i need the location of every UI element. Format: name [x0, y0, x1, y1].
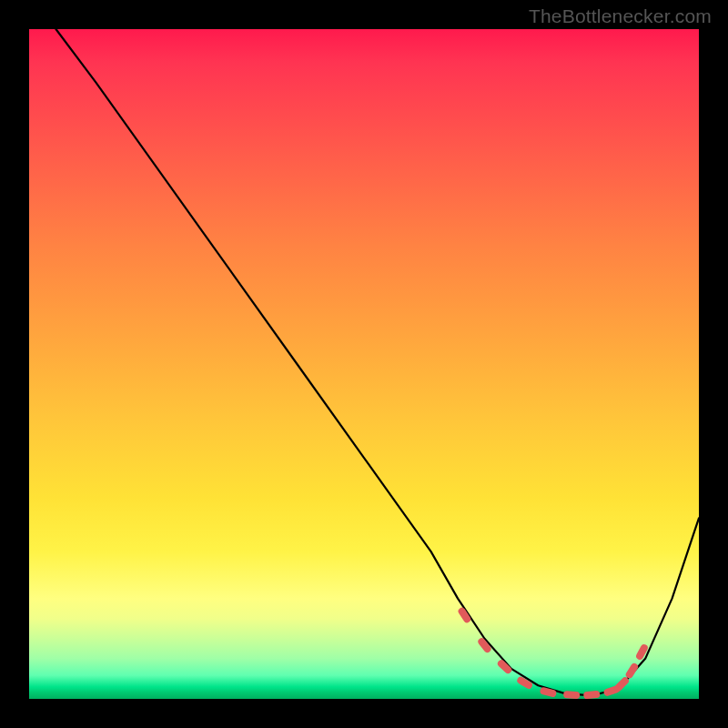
marker-dash: [563, 691, 580, 699]
chart-frame: TheBottlenecker.com: [0, 0, 728, 728]
optimal-markers: [457, 606, 649, 699]
marker-dash: [583, 691, 601, 700]
marker-dash: [624, 662, 639, 680]
curve-line: [56, 29, 699, 695]
plot-area: [29, 29, 699, 699]
chart-svg: [29, 29, 699, 699]
marker-dash: [635, 643, 650, 662]
watermark-text: TheBottlenecker.com: [529, 5, 712, 27]
